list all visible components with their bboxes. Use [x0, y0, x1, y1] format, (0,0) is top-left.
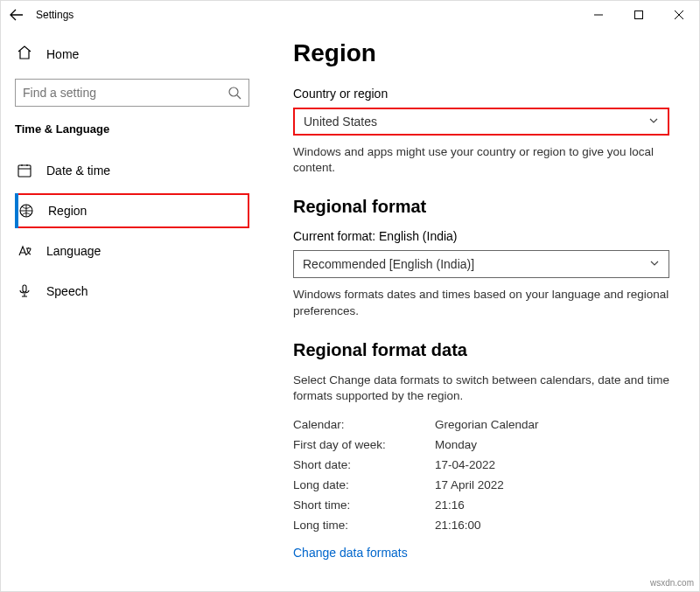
change-data-formats-link[interactable]: Change data formats — [293, 546, 408, 560]
sidebar: Home Time & Language Date & time Region — [1, 29, 263, 592]
row-value: Gregorian Calendar — [435, 418, 539, 431]
regional-format-data-heading: Regional format data — [293, 340, 669, 360]
svg-point-1 — [229, 87, 238, 96]
format-row: First day of week:Monday — [293, 435, 669, 455]
country-dropdown[interactable]: United States — [293, 108, 669, 136]
country-label: Country or region — [293, 87, 669, 101]
sidebar-item-label: Region — [48, 204, 87, 218]
home-label: Home — [46, 47, 79, 61]
row-value: 21:16:00 — [435, 519, 481, 532]
page-title: Region — [293, 39, 669, 67]
rfd-note: Select Change data formats to switch bet… — [293, 373, 669, 404]
microphone-icon — [17, 283, 32, 299]
language-icon — [17, 243, 32, 259]
close-icon — [675, 10, 683, 19]
search-input[interactable] — [23, 86, 228, 100]
row-label: Calendar: — [293, 418, 435, 431]
format-row: Long date:17 April 2022 — [293, 475, 669, 495]
row-label: Long date: — [293, 478, 435, 491]
minimize-button[interactable] — [578, 1, 619, 29]
home-icon — [17, 45, 32, 63]
sidebar-item-date-time[interactable]: Date & time — [15, 153, 249, 188]
format-value: Recommended [English (India)] — [303, 257, 474, 271]
sidebar-item-region[interactable]: Region — [15, 193, 249, 228]
format-row: Long time:21:16:00 — [293, 515, 669, 535]
current-format-label: Current format: English (India) — [293, 229, 669, 243]
sidebar-item-label: Date & time — [46, 164, 110, 178]
back-button[interactable] — [6, 4, 27, 25]
home-nav[interactable]: Home — [15, 38, 249, 79]
svg-rect-2 — [18, 165, 31, 177]
row-value: 21:16 — [435, 498, 465, 512]
window-title: Settings — [36, 9, 74, 21]
search-box[interactable] — [15, 79, 249, 107]
clock-icon — [17, 163, 32, 178]
category-heading: Time & Language — [15, 122, 249, 136]
sidebar-item-speech[interactable]: Speech — [15, 274, 249, 309]
watermark: wsxdn.com — [650, 578, 694, 588]
country-value: United States — [304, 115, 377, 129]
minimize-icon — [594, 10, 603, 19]
close-button[interactable] — [659, 1, 699, 29]
row-label: First day of week: — [293, 438, 435, 451]
svg-rect-4 — [23, 285, 26, 292]
svg-rect-0 — [635, 10, 643, 18]
titlebar: Settings — [1, 1, 699, 29]
maximize-icon — [634, 10, 643, 19]
globe-icon — [18, 203, 34, 219]
row-value: Monday — [435, 438, 477, 451]
maximize-button[interactable] — [619, 1, 659, 29]
format-dropdown[interactable]: Recommended [English (India)] — [293, 250, 669, 278]
main-content: Region Country or region United States W… — [263, 29, 699, 592]
sidebar-item-language[interactable]: Language — [15, 233, 249, 268]
row-value: 17-04-2022 — [435, 458, 495, 471]
row-label: Short time: — [293, 498, 435, 512]
arrow-left-icon — [10, 8, 24, 22]
format-row: Short date:17-04-2022 — [293, 455, 669, 475]
row-label: Long time: — [293, 519, 435, 532]
format-row: Calendar:Gregorian Calendar — [293, 414, 669, 435]
country-note: Windows and apps might use your country … — [293, 144, 669, 176]
regional-format-heading: Regional format — [293, 197, 669, 217]
row-value: 17 April 2022 — [435, 478, 504, 491]
search-icon — [228, 86, 242, 100]
sidebar-item-label: Language — [46, 244, 101, 258]
format-row: Short time:21:16 — [293, 495, 669, 515]
row-label: Short date: — [293, 458, 435, 471]
selection-accent — [15, 193, 18, 228]
chevron-down-icon — [649, 257, 660, 271]
chevron-down-icon — [648, 115, 659, 129]
format-note: Windows formats dates and times based on… — [293, 287, 669, 318]
sidebar-item-label: Speech — [46, 284, 88, 298]
